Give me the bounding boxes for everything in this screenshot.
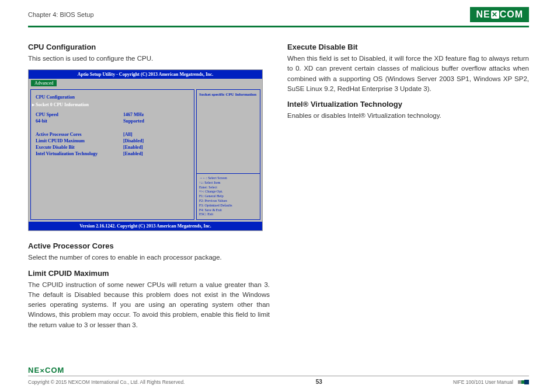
logo-x-icon: ✕ [491,10,499,19]
chapter-title: Chapter 4: BIOS Setup [28,11,94,18]
key-hint: ESC: Exit [199,212,257,217]
bios-tab-advanced: Advanced [31,80,57,86]
cpu-config-intro: This section is used to configure the CP… [28,54,270,64]
manual-name: NIFE 100/101 User Manual [453,379,513,385]
key-hint: F3: Optimized Defaults [199,204,257,208]
row-label: Limit CPUID Maximum [36,138,123,144]
bios-help-panel: Socket specific CPU Information [196,89,260,174]
lcm-desc: The CPUID instruction of some newer CPUs… [28,280,270,330]
key-hint: F4: Save & Exit [199,208,257,213]
copyright-text: Copyright © 2015 NEXCOM International Co… [28,379,184,385]
row-value: Supported [123,118,144,124]
cpu-config-heading: CPU Configuration [28,43,270,51]
logo-post: COM [500,9,523,20]
edb-heading: Execute Disable Bit [287,43,529,51]
bios-socket-line: ▸ Socket 0 CPU Information [32,102,189,107]
row-label: Intel Virtualization Technology [36,151,123,156]
row-label: Execute Disable Bit [36,145,123,150]
bios-section-heading: CPU Configuration [36,94,189,100]
footer-deco-icon [518,380,529,384]
apc-desc: Select the number of cores to enable in … [28,253,270,262]
edb-desc: When this field is set to Disabled, it w… [287,54,529,94]
key-hint: F1: General Help [199,194,257,199]
key-hint: ↑↓: Select Item [199,181,257,186]
key-hint: Enter: Select [199,186,257,190]
row-label: Active Processor Cores [36,132,123,137]
bios-footer: Version 2.16.1242. Copyright (C) 2013 Am… [29,222,262,230]
key-hint: +/-: Change Opt. [199,190,257,194]
bios-keys-panel: →←: Select Screen ↑↓: Select Item Enter:… [196,174,260,220]
bios-screenshot: Aptio Setup Utility - Copyright (C) 2013… [28,69,263,231]
header-rule [28,26,529,27]
footer-logo: NE✕COM [28,366,529,374]
ivt-desc: Enables or disables Intel® Virtualizatio… [287,111,529,121]
row-value: [Enabled] [123,145,143,150]
row-value: [Enabled] [123,151,143,156]
row-value: [Disabled] [123,138,144,144]
lcm-heading: Limit CPUID Maximum [28,269,270,278]
bios-tabs: Advanced [29,79,262,88]
key-hint: →←: Select Screen [199,176,257,181]
row-label: CPU Speed [36,112,123,117]
nexcom-logo: NE ✕ COM [470,7,529,22]
row-value: 1467 MHz [123,112,144,117]
apc-heading: Active Processor Cores [28,242,270,250]
footer-rule [28,376,529,376]
key-hint: F2: Previous Values [199,199,257,204]
bios-main-panel: CPU Configuration ▸ Socket 0 CPU Informa… [30,89,194,220]
row-value: [All] [123,132,133,137]
ivt-heading: Intel® Virtualization Technology [287,100,529,108]
bios-titlebar: Aptio Setup Utility - Copyright (C) 2013… [29,70,262,79]
row-label: 64-bit [36,118,123,124]
logo-pre: NE [476,9,490,20]
page-number: 53 [316,379,322,385]
